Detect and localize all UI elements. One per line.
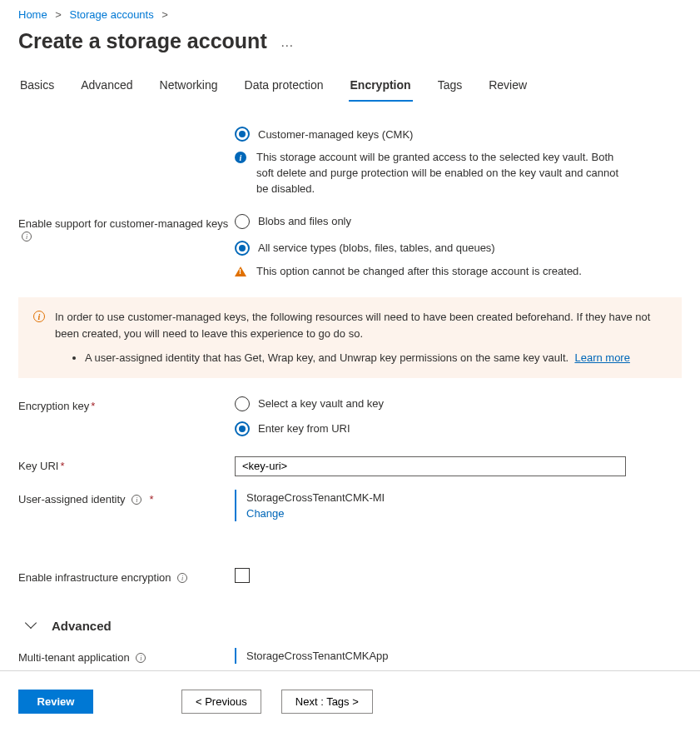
tab-basics[interactable]: Basics <box>18 73 56 102</box>
radio-enter-uri-label: Enter key from URI <box>258 422 350 435</box>
required-indicator: * <box>91 400 95 412</box>
breadcrumb: Home > Storage accounts > <box>18 8 682 21</box>
multi-tenant-app-label: Multi-tenant application <box>18 651 130 664</box>
radio-select-kv-label: Select a key vault and key <box>258 397 384 410</box>
user-identity-value: StorageCrossTenantCMK-MI <box>246 491 682 504</box>
tab-encryption[interactable]: Encryption <box>349 73 413 102</box>
user-identity-label: User-assigned identity <box>18 493 126 505</box>
warning-icon <box>235 266 246 276</box>
advanced-section-header[interactable]: Advanced <box>27 619 682 633</box>
info-icon: i <box>235 152 246 163</box>
previous-button[interactable]: < Previous <box>181 690 261 714</box>
chevron-right-icon: > <box>55 8 62 21</box>
radio-all-services[interactable]: All service types (blobs, files, tables,… <box>235 241 682 256</box>
tab-data-protection[interactable]: Data protection <box>243 73 325 102</box>
info-icon[interactable]: i <box>136 653 146 663</box>
enable-support-label: Enable support for customer-managed keys <box>18 217 228 230</box>
tab-networking[interactable]: Networking <box>158 73 220 102</box>
info-icon[interactable]: i <box>177 573 187 583</box>
banner-text: In order to use customer-managed keys, t… <box>55 311 650 340</box>
change-identity-link[interactable]: Change <box>246 507 285 520</box>
info-icon[interactable]: i <box>132 495 141 505</box>
radio-enter-uri[interactable]: Enter key from URI <box>235 421 682 436</box>
multi-tenant-app-value: StorageCrossTenantCMKApp <box>246 650 682 662</box>
radio-checked-icon <box>235 421 250 436</box>
next-button[interactable]: Next : Tags > <box>281 690 373 714</box>
tab-tags[interactable]: Tags <box>436 73 464 102</box>
radio-unchecked-icon <box>235 396 250 411</box>
radio-all-services-label: All service types (blobs, files, tables,… <box>258 242 495 254</box>
info-icon: i <box>33 311 45 322</box>
breadcrumb-home[interactable]: Home <box>18 8 47 21</box>
radio-select-keyvault[interactable]: Select a key vault and key <box>235 396 682 411</box>
radio-checked-icon <box>235 127 250 142</box>
advanced-section-title: Advanced <box>52 619 112 633</box>
review-button[interactable]: Review <box>18 690 93 714</box>
prerequisite-banner: i In order to use customer-managed keys,… <box>18 297 682 378</box>
radio-cmk[interactable]: Customer-managed keys (CMK) <box>235 127 682 142</box>
infra-encryption-checkbox[interactable] <box>235 568 250 583</box>
key-uri-input[interactable] <box>235 456 626 476</box>
more-actions-icon[interactable]: … <box>280 28 294 50</box>
change-warning-text: This option cannot be changed after this… <box>256 264 582 280</box>
radio-unchecked-icon <box>235 214 250 229</box>
tab-advanced[interactable]: Advanced <box>79 73 134 102</box>
learn-more-link[interactable]: Learn more <box>574 351 629 364</box>
radio-cmk-label: Customer-managed keys (CMK) <box>258 128 413 141</box>
page-title: Create a storage account <box>18 29 267 53</box>
infra-encryption-label: Enable infrastructure encryption <box>18 571 171 584</box>
info-icon[interactable]: i <box>22 232 32 242</box>
chevron-down-icon <box>27 620 37 630</box>
cmk-info-text: This storage account will be granted acc… <box>256 150 623 197</box>
wizard-footer: Review < Previous Next : Tags > <box>0 671 700 732</box>
radio-checked-icon <box>235 241 250 256</box>
breadcrumb-storage-accounts[interactable]: Storage accounts <box>70 8 154 21</box>
required-indicator: * <box>149 493 153 505</box>
tab-review[interactable]: Review <box>487 73 529 102</box>
key-uri-label: Key URI <box>18 460 58 472</box>
banner-bullet: A user-assigned identity that has Get, W… <box>85 350 667 366</box>
radio-blobs-files[interactable]: Blobs and files only <box>235 214 682 229</box>
required-indicator: * <box>60 460 64 472</box>
radio-blobs-files-label: Blobs and files only <box>258 215 351 227</box>
chevron-right-icon: > <box>161 8 168 21</box>
tabs: Basics Advanced Networking Data protecti… <box>18 73 682 102</box>
encryption-key-label: Encryption key <box>18 400 89 412</box>
